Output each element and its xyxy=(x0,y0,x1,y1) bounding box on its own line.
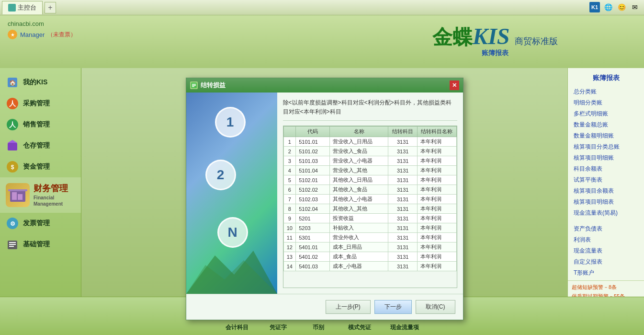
row-target: 3131 xyxy=(388,175,418,185)
table-row[interactable]: 9 5201 投资收益 3131 本年利润 xyxy=(283,214,456,223)
table-row[interactable]: 2 5101.02 营业收入_食品 3131 本年利润 xyxy=(283,147,456,156)
table-row[interactable]: 13 5401.02 成本_食品 3131 本年利润 xyxy=(283,252,456,262)
row-code: 5102.04 xyxy=(296,204,330,214)
add-tab-button[interactable]: + xyxy=(45,2,56,13)
row-num: 12 xyxy=(283,243,296,252)
table-row[interactable]: 10 5203 补贴收入 3131 本年利润 xyxy=(283,223,456,233)
right-panel-item[interactable]: 资产负债表 xyxy=(568,223,644,234)
table-row[interactable]: 7 5102.03 其他收入_小电器 3131 本年利润 xyxy=(283,195,456,204)
row-num: 6 xyxy=(283,185,296,195)
table-row[interactable]: 3 5101.03 营业收入_小电器 3131 本年利润 xyxy=(283,156,456,166)
row-num: 2 xyxy=(283,147,296,156)
right-panel-items-group1: 总分类账明细分类账多栏式明细账数量金额总账数量金额明细账核算项目分类总账核算项目… xyxy=(568,86,644,219)
svg-rect-22 xyxy=(192,85,196,86)
table-row[interactable]: 12 5401.01 成本_日用品 3131 本年利润 xyxy=(283,243,456,252)
row-name: 成本_食品 xyxy=(330,252,388,262)
dialog-overlay: 结转损益 ✕ 1 2 N xyxy=(81,68,567,297)
right-panel-alerts: 超储短缺预警－8条保质期过期预警－55条客户信用预警－1条供应商信用预警－2条采… xyxy=(568,280,644,297)
row-code: 5101.02 xyxy=(296,147,330,156)
row-target-name: 本年利润 xyxy=(418,243,456,252)
finance-sub-label: FinancialManagement xyxy=(34,195,68,207)
row-name: 投资收益 xyxy=(330,214,388,223)
right-panel-item[interactable]: 数量金额总账 xyxy=(568,119,644,130)
row-code: 5102.03 xyxy=(296,195,330,204)
right-panel-item[interactable]: 试算平衡表 xyxy=(568,174,644,185)
alert-item[interactable]: 超储短缺预警－8条 xyxy=(572,283,640,292)
row-target: 3131 xyxy=(388,233,418,243)
basic-icon xyxy=(6,238,19,251)
sidebar-item-finance[interactable]: 财务管理 FinancialManagement xyxy=(0,177,81,213)
user-name[interactable]: Manager xyxy=(20,31,45,38)
table-row[interactable]: 11 5301 营业外收入 3131 本年利润 xyxy=(283,233,456,243)
right-panel-item[interactable]: 核算项目分类总账 xyxy=(568,141,644,152)
row-target-name: 本年利润 xyxy=(418,156,456,166)
right-panel-item[interactable]: 利润表 xyxy=(568,234,644,245)
main-layout: 🏠 我的KIS 人 采购管理 人 销售管理 xyxy=(0,68,644,297)
fund-icon: $ xyxy=(6,160,19,173)
next-button[interactable]: 下一步 xyxy=(374,300,412,314)
right-panel-item[interactable]: 核算项目余额表 xyxy=(568,185,644,196)
right-panel-item[interactable]: 明细分类账 xyxy=(568,97,644,108)
right-panel-item[interactable]: T形账户 xyxy=(568,267,644,278)
svg-text:人: 人 xyxy=(9,100,16,107)
row-target: 3131 xyxy=(388,137,418,147)
row-num: 14 xyxy=(283,262,296,271)
message-icon[interactable]: ✉ xyxy=(630,2,640,12)
brand-edition: 商贸标准版 xyxy=(515,36,558,46)
table-row[interactable]: 6 5102.02 其他收入_食品 3131 本年利润 xyxy=(283,185,456,195)
table-scroll[interactable]: 代码 名称 结转科目 结转科目名称 1 5101.01 营业收入_日用品 xyxy=(283,126,457,271)
row-target-name: 本年利润 xyxy=(418,214,456,223)
right-panel-item[interactable]: 现金流量表(简易) xyxy=(568,208,644,219)
k1-icon[interactable]: K1 xyxy=(589,2,600,12)
table-row[interactable]: 4 5101.04 营业收入_其他 3131 本年利润 xyxy=(283,166,456,175)
right-panel-item[interactable]: 自定义报表 xyxy=(568,256,644,267)
voucher-label: 凭证字 xyxy=(270,323,287,332)
right-panel-item[interactable]: 核算项目明细账 xyxy=(568,152,644,163)
template-label: 模式凭证 xyxy=(348,323,371,332)
row-target-name: 本年利润 xyxy=(418,262,456,271)
network-icon[interactable]: 🌐 xyxy=(603,2,613,12)
right-panel-item[interactable]: 科目余额表 xyxy=(568,163,644,174)
user-notice[interactable]: （未查票） xyxy=(47,31,76,39)
svg-rect-6 xyxy=(8,143,17,150)
right-panel-item[interactable]: 总分类账 xyxy=(568,86,644,97)
row-target-name: 本年利润 xyxy=(418,185,456,195)
finance-icon xyxy=(6,183,30,207)
right-panel: 账簿报表 总分类账明细分类账多栏式明细账数量金额总账数量金额明细账核算项目分类总… xyxy=(567,68,644,297)
row-target-name: 本年利润 xyxy=(418,204,456,214)
sidebar-item-basic[interactable]: 基础管理 xyxy=(0,234,81,255)
row-target-name: 本年利润 xyxy=(418,195,456,204)
prev-button[interactable]: 上一步(P) xyxy=(326,300,371,314)
website-label: chinacbi.com xyxy=(8,20,44,27)
face-icon[interactable]: 😊 xyxy=(616,2,627,12)
row-num: 4 xyxy=(283,166,296,175)
dialog-close-button[interactable]: ✕ xyxy=(450,81,459,90)
dialog-left-steps: 1 2 N xyxy=(186,92,277,294)
sidebar-item-inventory[interactable]: 仓存管理 xyxy=(0,135,81,156)
right-panel-item[interactable]: 现金流量表 xyxy=(568,245,644,256)
table-row[interactable]: 14 5401.03 成本_小电器 3131 本年利润 xyxy=(283,262,456,271)
table-row[interactable]: 8 5102.04 其他收入_其他 3131 本年利润 xyxy=(283,204,456,214)
row-code: 5201 xyxy=(296,214,330,223)
purchase-icon: 人 xyxy=(6,97,19,110)
cancel-button[interactable]: 取消(C) xyxy=(416,300,455,314)
main-tab[interactable]: 主控台 xyxy=(2,1,43,14)
row-num: 13 xyxy=(283,252,296,262)
right-panel-item[interactable]: 数量金额明细账 xyxy=(568,130,644,141)
dialog-body: 1 2 N xyxy=(186,92,463,294)
alert-item[interactable]: 保质期过期预警－55条 xyxy=(572,292,640,297)
sidebar-item-fund[interactable]: $ 资金管理 xyxy=(0,156,81,177)
sidebar-item-sales[interactable]: 人 销售管理 xyxy=(0,114,81,135)
sidebar-item-invoice[interactable]: ⚙ 发票管理 xyxy=(0,213,81,234)
table-row[interactable]: 5 5102.01 其他收入_日用品 3131 本年利润 xyxy=(283,175,456,185)
row-num: 7 xyxy=(283,195,296,204)
user-area: ★ Manager （未查票） xyxy=(8,30,76,39)
sidebar-item-my-kis[interactable]: 🏠 我的KIS xyxy=(0,72,81,93)
row-code: 5203 xyxy=(296,223,330,233)
right-panel-item[interactable]: 核算项目明细表 xyxy=(568,196,644,208)
right-panel-item[interactable]: 多栏式明细账 xyxy=(568,108,644,119)
row-target-name: 本年利润 xyxy=(418,166,456,175)
sidebar-item-purchase[interactable]: 人 采购管理 xyxy=(0,93,81,114)
table-row[interactable]: 1 5101.01 营业收入_日用品 3131 本年利润 xyxy=(283,137,456,147)
row-code: 5101.04 xyxy=(296,166,330,175)
